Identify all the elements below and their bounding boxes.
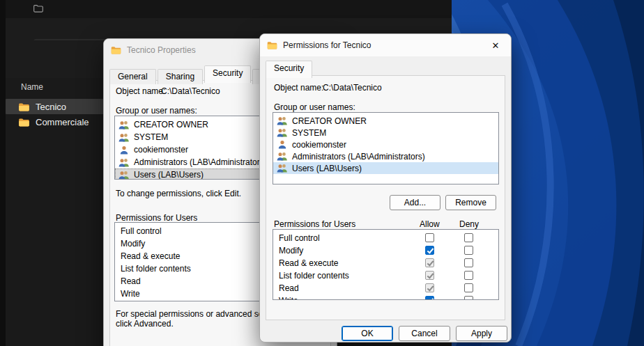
explorer-tab-folder-icon[interactable]: [33, 4, 43, 13]
desktop: › This PC › Local Disk (C:) ›: [0, 0, 644, 346]
group-name-label: Administrators (LAB\Administrators): [134, 157, 267, 167]
group-name-label: SYSTEM: [292, 128, 326, 138]
group-user-listbox[interactable]: CREATOR OWNER: [273, 112, 499, 184]
group-name-label: cookiemonster: [134, 145, 188, 155]
permission-name-label: Read & execute: [279, 258, 338, 268]
folder-name-label: Tecnico: [36, 102, 66, 112]
deny-column-header: Deny: [459, 219, 479, 229]
deny-checkbox[interactable]: [464, 296, 473, 300]
tab[interactable]: General: [109, 69, 156, 84]
deny-checkbox[interactable]: [464, 233, 473, 242]
tab-label: Security: [213, 68, 243, 78]
object-name-label: Object name:: [274, 83, 323, 93]
tab-label: General: [118, 72, 148, 81]
permissions-dialog: Permissions for Tecnico ✕ Security Objec…: [259, 33, 512, 343]
permission-row: Read: [273, 282, 498, 294]
permissions-listbox[interactable]: Full control Modify Read & execute: [273, 229, 499, 300]
allow-checkbox[interactable]: [425, 233, 434, 242]
permissions-for-users-label: Permissions for Users: [116, 213, 197, 223]
group-list-item[interactable]: SYSTEM: [273, 127, 498, 139]
dialog-title: Permissions for Tecnico: [283, 40, 371, 50]
user-group-icon: [118, 171, 130, 180]
ok-button[interactable]: OK: [342, 326, 393, 341]
column-header-name[interactable]: Name: [21, 82, 43, 92]
tab-label: Security: [274, 63, 304, 73]
permission-name-label: Read & execute: [121, 251, 180, 261]
group-name-label: Administrators (LAB\Administrators): [292, 152, 425, 162]
deny-checkbox[interactable]: [464, 283, 473, 292]
object-name-value: C:\Data\Tecnico: [323, 83, 382, 93]
deny-checkbox[interactable]: [464, 271, 473, 280]
group-list-item[interactable]: Users (LAB\Users): [273, 162, 498, 174]
user-group-icon: [277, 116, 289, 125]
permissions-dialog-titlebar[interactable]: Permissions for Tecnico ✕: [260, 34, 511, 56]
folder-icon: [18, 102, 30, 111]
user-group-icon: [118, 133, 130, 142]
tab-label: Sharing: [166, 72, 194, 81]
cancel-button[interactable]: Cancel: [399, 326, 450, 341]
group-list-item[interactable]: CREATOR OWNER: [273, 115, 498, 127]
permission-name-label: Modify: [279, 246, 303, 255]
apply-button[interactable]: Apply: [456, 326, 507, 341]
allow-checkbox[interactable]: [425, 246, 434, 255]
advanced-hint-line2: click Advanced.: [116, 319, 174, 329]
deny-checkbox[interactable]: [464, 246, 473, 255]
user-group-icon: [277, 140, 289, 149]
permission-row: Read & execute: [273, 257, 498, 269]
group-list-label: Group or user names:: [116, 106, 197, 116]
dialog-folder-icon: [111, 46, 121, 54]
group-list-item[interactable]: Administrators (LAB\Administrators): [273, 150, 498, 162]
group-name-label: Users (LAB\Users): [134, 170, 204, 180]
permission-name-label: Full control: [121, 226, 162, 236]
permission-name-label: Modify: [121, 239, 145, 249]
group-name-label: SYSTEM: [134, 132, 168, 142]
permission-name-label: List folder contents: [279, 271, 349, 281]
allow-checkbox[interactable]: [425, 296, 434, 300]
group-name-label: Users (LAB\Users): [292, 164, 362, 173]
group-name-label: CREATOR OWNER: [292, 116, 367, 126]
allow-checkbox[interactable]: [425, 258, 434, 267]
tab[interactable]: Sharing: [158, 69, 203, 84]
allow-checkbox[interactable]: [425, 283, 434, 292]
permission-name-label: Read: [121, 276, 141, 286]
user-group-icon: [118, 120, 130, 129]
permission-name-label: List folder contents: [121, 264, 191, 274]
permissions-tabs: Security: [266, 61, 314, 78]
group-list-label: Group or user names:: [274, 102, 355, 112]
user-group-icon: [277, 164, 289, 173]
object-name-value: C:\Data\Tecnico: [161, 86, 220, 96]
deny-checkbox[interactable]: [464, 258, 473, 267]
remove-button[interactable]: Remove: [445, 195, 496, 210]
add-button[interactable]: Add...: [390, 195, 440, 210]
dialog-title: Tecnico Properties: [127, 45, 196, 55]
group-name-label: CREATOR OWNER: [134, 120, 208, 129]
permission-name-label: Write: [121, 289, 140, 299]
user-group-icon: [118, 158, 130, 167]
allow-checkbox[interactable]: [425, 271, 434, 280]
folder-icon: [18, 118, 30, 127]
user-group-icon: [118, 146, 130, 155]
permission-row: Modify: [273, 244, 498, 257]
object-name-label: Object name:: [116, 86, 165, 96]
group-list-item[interactable]: cookiemonster: [273, 139, 498, 150]
user-group-icon: [277, 152, 289, 161]
tab[interactable]: Security: [204, 65, 251, 83]
permission-row: List folder contents: [273, 269, 498, 282]
group-name-label: cookiemonster: [292, 140, 346, 150]
permission-row: Full control: [273, 232, 498, 244]
user-group-icon: [277, 128, 289, 137]
permission-row: Write: [273, 294, 498, 300]
permission-name-label: Full control: [279, 233, 320, 243]
explorer-tab-strip: [0, 0, 452, 18]
dialog-folder-icon: [267, 41, 277, 49]
allow-column-header: Allow: [420, 219, 440, 229]
permissions-for-users-label: Permissions for Users: [274, 219, 355, 229]
tab-security[interactable]: Security: [266, 61, 312, 78]
permission-name-label: Write: [279, 296, 298, 300]
permission-name-label: Read: [279, 283, 299, 293]
window-left-edge: [0, 0, 6, 346]
close-icon[interactable]: ✕: [480, 34, 511, 56]
folder-name-label: Commerciale: [36, 117, 89, 127]
edit-hint-text: To change permissions, click Edit.: [116, 189, 241, 198]
